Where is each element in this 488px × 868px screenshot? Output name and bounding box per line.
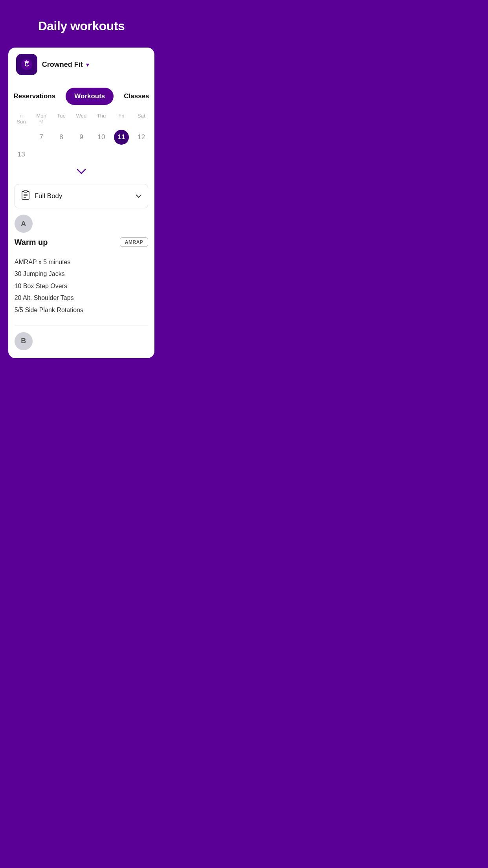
- tab-reservations[interactable]: Reservations: [5, 88, 64, 105]
- tab-classes[interactable]: Classes: [115, 88, 158, 105]
- date-9[interactable]: 9: [74, 130, 89, 145]
- workout-line-2: 30 Jumping Jacks: [15, 268, 149, 280]
- gym-name-row[interactable]: Crowned Fit ▾: [42, 61, 89, 69]
- day-header-partial-right: M: [31, 119, 51, 125]
- date-partial-right: [34, 147, 49, 162]
- gym-logo-icon: C: [20, 57, 34, 72]
- calendar: n Mon Tue Wed Thu Fri Sat Sun M 7 8: [8, 110, 155, 181]
- amrap-badge: AMRAP: [120, 237, 149, 247]
- workout-section-b: B: [8, 326, 155, 350]
- workout-details: AMRAP x 5 minutes 30 Jumping Jacks 10 Bo…: [15, 253, 149, 319]
- date-row: 7 8 9 10 11 12 13: [11, 126, 152, 166]
- header: Daily workouts: [0, 0, 163, 41]
- tabs-row: Reservations Workouts Classes: [8, 81, 155, 110]
- workout-section-a: A Warm up AMRAP AMRAP x 5 minutes 30 Jum…: [8, 215, 155, 319]
- day-header-partial-left: n: [11, 113, 31, 119]
- date-7[interactable]: 7: [34, 130, 49, 145]
- tab-workouts[interactable]: Workouts: [66, 88, 114, 105]
- main-card: Reservations Workouts Classes n Mon Tue …: [8, 81, 155, 358]
- section-a-avatar: A: [15, 215, 33, 233]
- day-headers: n Mon Tue Wed Thu Fri Sat Sun M: [11, 110, 152, 126]
- gym-selector[interactable]: C Crowned Fit ▾: [8, 48, 155, 81]
- workout-line-1: AMRAP x 5 minutes: [15, 256, 149, 268]
- workout-line-3: 10 Box Step Overs: [15, 280, 149, 292]
- workout-type-left: Full Body: [21, 190, 62, 202]
- day-header-tue: Tue: [51, 113, 72, 119]
- gym-name: Crowned Fit: [42, 61, 83, 69]
- workout-type-chevron[interactable]: [136, 193, 141, 200]
- date-cell-13[interactable]: 13: [11, 146, 31, 163]
- calendar-expand-button[interactable]: [11, 166, 152, 181]
- warmup-title: Warm up: [15, 238, 48, 247]
- workout-type-selector[interactable]: Full Body: [15, 184, 149, 208]
- date-cell-10[interactable]: 10: [91, 129, 111, 146]
- date-11[interactable]: 11: [114, 130, 129, 145]
- date-cell-12[interactable]: 12: [131, 129, 151, 146]
- date-cell-7[interactable]: 7: [31, 129, 51, 146]
- workout-line-4: 20 Alt. Shoulder Taps: [15, 292, 149, 304]
- day-header-mon: Mon: [31, 113, 51, 119]
- section-b-avatar: B: [15, 332, 33, 350]
- date-12[interactable]: 12: [134, 130, 149, 145]
- day-header-thu: Thu: [91, 113, 111, 119]
- date-cell-11[interactable]: 11: [111, 129, 131, 146]
- day-header-sun: Sun: [11, 119, 31, 125]
- date-13[interactable]: 13: [14, 147, 29, 162]
- clipboard-icon: [21, 190, 30, 202]
- gym-dropdown-icon[interactable]: ▾: [86, 61, 89, 68]
- svg-rect-3: [24, 190, 27, 192]
- workout-line-5: 5/5 Side Plank Rotations: [15, 304, 149, 316]
- date-cell-9[interactable]: 9: [72, 129, 92, 146]
- gym-logo: C: [16, 54, 37, 75]
- workout-type-label: Full Body: [35, 192, 62, 200]
- date-partial-left: [14, 130, 29, 145]
- date-cell-8[interactable]: 8: [51, 129, 72, 146]
- page-title: Daily workouts: [8, 19, 155, 33]
- date-cell-partial-left: [11, 129, 31, 146]
- warmup-header: Warm up AMRAP: [15, 237, 149, 247]
- date-cell-partial-right: [31, 146, 51, 163]
- screen: Daily workouts C Crowned Fit ▾ Reservati…: [0, 0, 163, 366]
- svg-rect-2: [22, 191, 29, 199]
- day-header-sat: Sat: [131, 113, 151, 119]
- day-header-fri: Fri: [111, 113, 131, 119]
- day-header-wed: Wed: [72, 113, 92, 119]
- date-8[interactable]: 8: [54, 130, 69, 145]
- date-10[interactable]: 10: [94, 130, 109, 145]
